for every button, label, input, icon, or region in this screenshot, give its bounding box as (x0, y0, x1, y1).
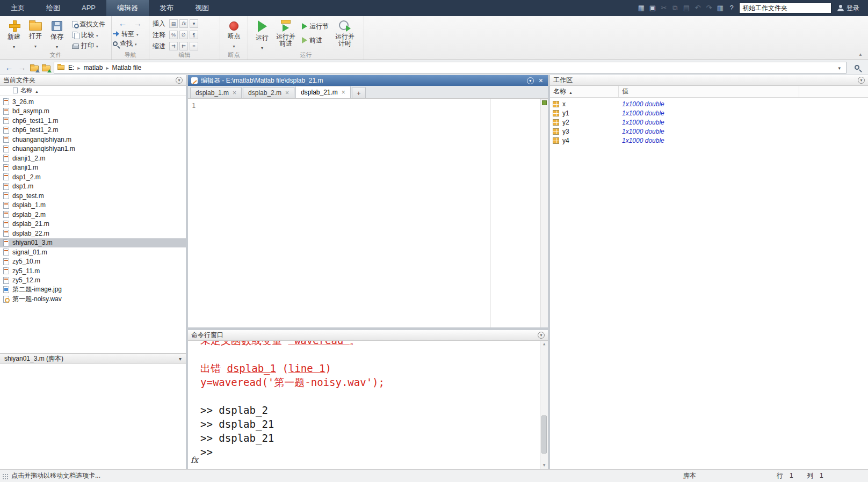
help-icon[interactable]: ? (727, 0, 736, 16)
panel-menu-icon[interactable] (538, 332, 545, 339)
path-field[interactable]: E:matlabMatlab file (54, 62, 847, 74)
run-section-button[interactable]: 运行节 (302, 21, 329, 31)
redo-icon[interactable]: ↷ (704, 0, 714, 16)
file-row[interactable]: chp6_test1_2.m (0, 126, 186, 135)
print-button[interactable]: 打印 (72, 41, 105, 50)
error-link[interactable]: dsplab_1 (227, 362, 276, 374)
file-row[interactable]: dsp_test.m (0, 191, 186, 201)
indent-left-icon[interactable] (179, 42, 188, 50)
new-button[interactable]: 新建 (3, 18, 25, 52)
open-button[interactable]: 打开 (25, 18, 46, 52)
desktop-layout-icon[interactable]: ▥ (715, 0, 725, 16)
file-row[interactable]: 3_26.m (0, 97, 186, 107)
editor-scrollbar[interactable] (540, 99, 548, 327)
file-row[interactable]: dianji1.m (0, 163, 186, 173)
command-window-body[interactable]: 未定义函数或变量 'waveread'。出错 dsplab_1 (line 1)… (188, 341, 548, 469)
forward-button[interactable] (17, 63, 27, 72)
editor-menu-icon[interactable] (527, 77, 534, 84)
breadcrumb-segment[interactable]: matlab (82, 64, 104, 71)
up-one-level-icon[interactable] (30, 65, 39, 71)
run-button[interactable]: 运行 (251, 18, 273, 52)
browse-folder-icon[interactable] (42, 65, 50, 71)
insert-function-icon[interactable] (179, 19, 188, 28)
ribbon-tab-视图[interactable]: 视图 (184, 0, 220, 16)
error-link[interactable]: line 1 (288, 362, 326, 374)
ribbon-tab-编辑器[interactable]: 编辑器 (106, 0, 149, 16)
editor-tab-dsplab_1.m[interactable]: dsplab_1.m (190, 87, 242, 98)
paste-icon[interactable]: ▤ (682, 0, 691, 16)
ribbon-tab-主页[interactable]: 主页 (0, 0, 35, 16)
file-row[interactable]: zy5_12.m (0, 276, 186, 286)
file-row[interactable]: dsp1_2.m (0, 172, 186, 182)
drag-grip-icon[interactable] (2, 473, 8, 479)
login-button[interactable]: 登录 (834, 4, 863, 13)
ribbon-tab-绘图[interactable]: 绘图 (35, 0, 71, 16)
fx-icon[interactable]: fx (191, 455, 198, 465)
cut-icon[interactable]: ✂ (659, 0, 669, 16)
undo-icon[interactable]: ↶ (693, 0, 703, 16)
command-scrollbar[interactable] (540, 341, 548, 469)
find-files-button[interactable]: 查找文件 (72, 19, 105, 29)
panel-menu-icon[interactable] (176, 77, 183, 84)
workspace-row[interactable]: y31x1000 double (550, 127, 868, 136)
collapse-ribbon-icon[interactable] (858, 52, 863, 57)
scroll-thumb[interactable] (541, 415, 547, 454)
breadcrumb-segment[interactable]: Matlab file (111, 64, 142, 71)
file-row[interactable]: dianji1_2.m (0, 154, 186, 163)
file-row[interactable]: 第二题-image.jpg (0, 285, 186, 295)
search-input[interactable] (739, 3, 831, 13)
goto-button[interactable]: 转至 (113, 29, 148, 39)
workspace-row[interactable]: y21x1000 double (550, 118, 868, 127)
editor-body[interactable]: 1 (188, 99, 548, 327)
file-row[interactable]: signal_01.m (0, 247, 186, 257)
name-column-header[interactable]: 名称 (0, 86, 186, 96)
tab-close-icon[interactable] (285, 90, 289, 96)
smart-indent-icon[interactable] (190, 42, 198, 50)
ribbon-tab-发布[interactable]: 发布 (149, 0, 184, 16)
search-folder-button[interactable] (850, 62, 864, 74)
indent-right-icon[interactable] (169, 42, 178, 50)
file-row[interactable]: shiyan01_3.m (0, 238, 186, 248)
wrap-comments-icon[interactable] (190, 31, 198, 39)
new-tab-button[interactable]: + (352, 87, 366, 98)
editor-tab-dsplab_21.m[interactable]: dsplab_21.m (295, 86, 351, 98)
breadcrumb-segment[interactable]: E: (67, 64, 75, 71)
panel-menu-icon[interactable] (858, 77, 865, 84)
insert-section-icon[interactable] (169, 19, 178, 28)
file-row[interactable]: dsplab_21.m (0, 220, 186, 229)
close-icon[interactable] (537, 77, 545, 84)
save-icon[interactable]: ▣ (648, 0, 657, 16)
workspace-name-column[interactable]: 名称 (550, 86, 619, 97)
path-dropdown-icon[interactable] (836, 64, 843, 71)
compare-button[interactable]: 比较 (72, 30, 105, 40)
file-row[interactable]: chp6_test1_1.m (0, 116, 186, 126)
file-details-bar[interactable]: shiyan01_3.m (脚本) (0, 353, 186, 364)
forward-icon[interactable] (134, 19, 142, 28)
tab-close-icon[interactable] (233, 90, 236, 96)
file-row[interactable]: dsplab_2.m (0, 210, 186, 220)
file-row[interactable]: 第一题-noisy.wav (0, 295, 186, 304)
back-button[interactable] (4, 63, 14, 72)
file-row[interactable]: dsplab_1.m (0, 201, 186, 210)
back-icon[interactable] (119, 19, 127, 28)
workspace-row[interactable]: y11x1000 double (550, 108, 868, 118)
file-row[interactable]: zy5_11.m (0, 266, 186, 276)
code-analyzer-indicator[interactable] (542, 100, 547, 105)
workspace-row[interactable]: y41x1000 double (550, 136, 868, 145)
error-link[interactable]: 'waveread' (288, 341, 349, 346)
file-row[interactable]: dsplab_22.m (0, 229, 186, 238)
workspace-row[interactable]: x1x1000 double (550, 99, 868, 108)
editor-tab-dsplab_2.m[interactable]: dsplab_2.m (243, 87, 294, 98)
save-button[interactable]: 保存 (46, 18, 68, 52)
file-row[interactable]: bd_asymp.m (0, 107, 186, 116)
file-row[interactable]: chuanganqishiyan1.m (0, 144, 186, 154)
run-and-time-button[interactable]: 运行并 计时 (332, 18, 358, 52)
advance-button[interactable]: 前进 (302, 35, 329, 45)
file-row[interactable]: zy5_10.m (0, 257, 186, 267)
ribbon-tab-APP[interactable]: APP (71, 0, 106, 16)
tab-close-icon[interactable] (342, 90, 345, 95)
scroll-up-icon[interactable] (540, 341, 548, 348)
insert-menu-icon[interactable] (190, 19, 198, 28)
scroll-down-icon[interactable] (540, 462, 548, 469)
workspace-value-column[interactable]: 值 (619, 86, 799, 97)
